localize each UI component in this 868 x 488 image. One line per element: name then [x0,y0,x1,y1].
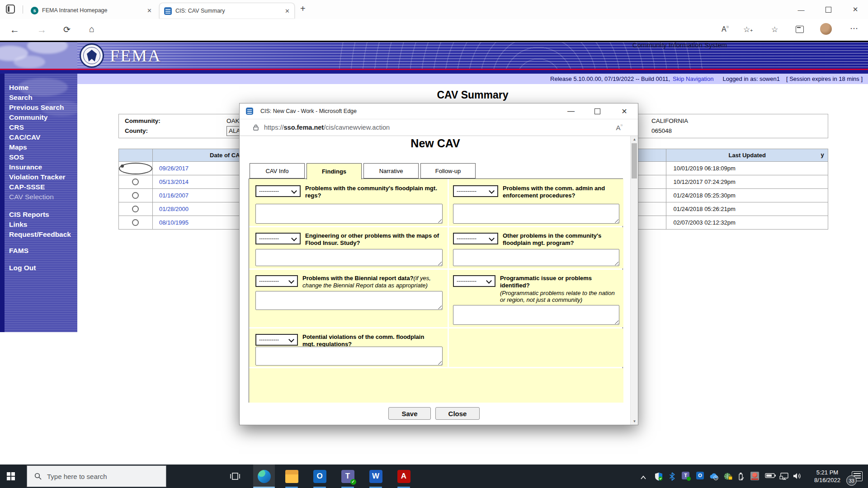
cav-date-link[interactable]: 08/10/1995 [159,219,189,226]
scrollbar-thumb[interactable] [632,143,637,178]
settings-menu-icon[interactable]: ⋯ [850,23,859,33]
tray-outlook-icon[interactable]: O [696,472,704,479]
cav-date-link[interactable]: 01/16/2007 [159,192,189,199]
taskbar-clock[interactable]: 5:21 PM 8/16/2022 [807,469,847,484]
tab-follow-up[interactable]: Follow-up [420,163,476,178]
volume-icon[interactable] [793,472,802,482]
q3-dropdown[interactable]: ----------- [255,233,301,244]
window-minimize-button[interactable]: — [788,0,814,19]
sidebar-item-cis-reports[interactable]: CIS Reports [9,210,77,220]
search-input[interactable] [46,472,147,481]
row-radio[interactable] [119,163,152,174]
q2-dropdown[interactable]: ----------- [453,185,498,197]
row-radio[interactable] [132,178,139,185]
usb-device-icon[interactable] [738,472,744,483]
windows-security-icon[interactable] [655,472,663,483]
popup-maximize-button[interactable] [587,103,608,119]
popup-minimize-button[interactable]: — [561,103,581,119]
sidebar-item-previous-search[interactable]: Previous Search [9,103,77,113]
tray-teams-icon[interactable]: T [682,472,689,479]
workspaces-icon[interactable] [6,5,15,14]
taskbar-search-box[interactable] [27,465,166,487]
popup-scrollbar[interactable]: ▲ ▼ [630,136,638,425]
read-aloud-icon[interactable]: A⁾⁾ [616,124,623,131]
scroll-down-icon[interactable]: ▼ [631,419,638,423]
ethernet-icon[interactable] [779,472,789,482]
back-icon[interactable]: ← [10,24,19,35]
taskbar-edge-button[interactable] [253,465,275,488]
q1-textarea[interactable] [255,204,443,224]
scroll-up-icon[interactable]: ▲ [631,137,638,141]
q7-textarea[interactable] [255,347,443,366]
q6-dropdown[interactable]: ----------- [453,275,495,287]
sidebar-item-links[interactable]: Links [9,220,77,230]
read-aloud-icon[interactable]: A⁾⁾ [722,25,729,33]
save-button[interactable]: Save [388,407,431,420]
sidebar-item-cav-selection[interactable]: CAV Selection [9,192,77,202]
taskbar-word-button[interactable]: W [365,465,387,488]
battery-icon[interactable] [765,472,776,480]
notification-count-badge[interactable]: 33 [846,475,857,486]
q4-dropdown[interactable]: ----------- [453,233,498,244]
sidebar-item-fams[interactable]: FAMS [9,246,77,256]
q7-dropdown[interactable]: ----------- [255,334,298,346]
sidebar-item-crs[interactable]: CRS [9,122,77,132]
tray-chevron-up-icon[interactable] [640,474,646,482]
tab-narrative[interactable]: Narrative [363,163,419,178]
collections-icon[interactable] [796,26,804,33]
cav-date-link[interactable]: 05/13/2014 [159,178,189,185]
skip-navigation-link[interactable]: Skip Navigation [673,75,713,82]
tab-cav-info[interactable]: CAV Info [250,163,305,178]
tab-cis-cav-summary[interactable]: CIS: CAV Summary ✕ [159,3,295,19]
sidebar-item-maps[interactable]: Maps [9,142,77,152]
tab-close-icon[interactable]: ✕ [280,8,294,14]
q3-textarea[interactable] [255,249,443,266]
close-button[interactable]: Close [435,407,480,420]
network-lock-icon[interactable] [723,472,732,483]
sidebar-item-search[interactable]: Search [9,93,77,103]
sidebar-item-community[interactable]: Community [9,113,77,122]
row-radio[interactable] [132,219,139,226]
sidebar-item-home[interactable]: Home [9,83,77,93]
row-radio[interactable] [132,192,139,199]
favorites-icon[interactable]: ☆ [771,25,778,34]
q5-textarea[interactable] [255,291,443,310]
q5-dropdown[interactable]: ----------- [255,275,298,287]
device-status-icon[interactable] [750,472,759,480]
popup-close-button[interactable]: ✕ [614,103,635,119]
q4-textarea[interactable] [453,249,619,266]
tab-fema-intranet[interactable]: s FEMA Intranet Homepage ✕ [26,3,156,18]
favorites-add-icon[interactable]: ☆+ [743,25,753,34]
onedrive-icon[interactable] [709,472,719,482]
new-tab-button[interactable]: + [300,4,306,14]
tab-close-icon[interactable]: ✕ [142,7,156,14]
window-close-button[interactable]: ✕ [843,0,868,19]
sidebar-item-cap-ssse[interactable]: CAP-SSSE [9,182,77,192]
tab-findings[interactable]: Findings [307,163,362,179]
sidebar-item-sos[interactable]: SOS [9,152,77,162]
cav-date-link[interactable]: 09/26/2017 [159,165,189,172]
sidebar-item-log-out[interactable]: Log Out [9,263,77,273]
taskbar-acrobat-button[interactable]: A [393,465,415,488]
bluetooth-icon[interactable] [669,472,675,483]
task-view-button[interactable] [224,465,246,488]
start-button[interactable] [0,465,22,488]
sidebar-item-insurance[interactable]: Insurance [9,162,77,172]
sidebar-item-violation-tracker[interactable]: Violation Tracker [9,172,77,182]
window-maximize-button[interactable] [816,0,841,19]
home-icon[interactable]: ⌂ [89,24,94,34]
refresh-icon[interactable]: ⟳ [63,24,71,35]
q1-dropdown[interactable]: ----------- [255,185,301,197]
cav-date-link[interactable]: 01/28/2000 [159,206,189,212]
sidebar-item-request-feedback[interactable]: Request/Feedback [9,230,77,239]
forward-icon[interactable]: → [37,24,47,35]
profile-avatar[interactable] [820,23,832,35]
q6-textarea[interactable] [453,305,619,325]
q2-textarea[interactable] [453,204,619,224]
popup-url-bar[interactable]: https://sso.fema.net/cis/cavnewview.acti… [240,119,638,136]
sidebar-item-cac-cav[interactable]: CAC/CAV [9,132,77,142]
row-radio[interactable] [132,206,139,212]
taskbar-teams-button[interactable]: T ✓ [337,465,359,488]
taskbar-outlook-button[interactable]: O [309,465,330,488]
taskbar-explorer-button[interactable] [281,465,302,488]
